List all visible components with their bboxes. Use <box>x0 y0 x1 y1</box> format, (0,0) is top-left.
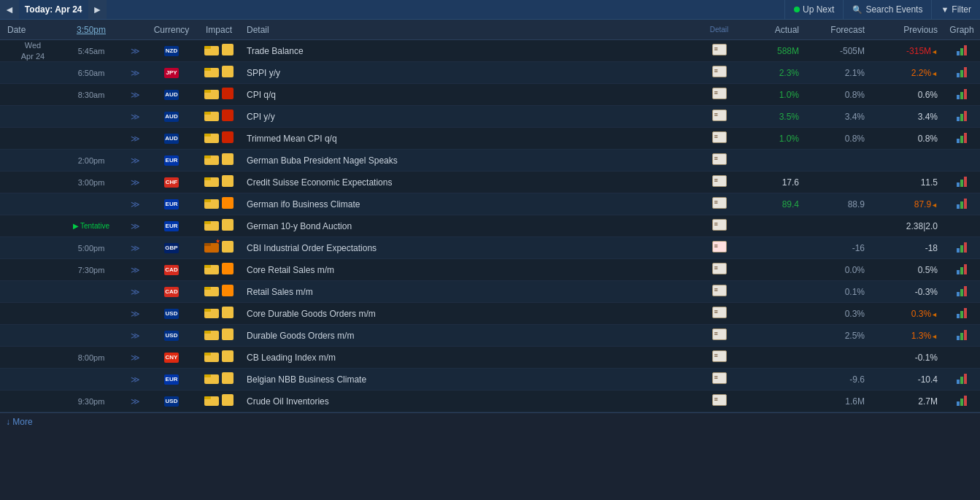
folder-icon[interactable] <box>204 131 219 145</box>
graph-cell[interactable] <box>944 241 980 255</box>
detail-icon-cell[interactable]: ≡ <box>699 131 739 145</box>
folder-icon[interactable] <box>204 372 219 386</box>
event-name[interactable]: German ifo Business Climate <box>241 199 699 209</box>
sound-wave-icon[interactable]: ≫ <box>131 68 140 78</box>
graph-cell[interactable] <box>944 88 980 101</box>
detail-page-icon[interactable]: ≡ <box>712 307 727 318</box>
sound-wave-icon[interactable]: ≫ <box>131 265 140 275</box>
detail-icon-cell[interactable]: ≡ <box>699 372 739 386</box>
event-name[interactable]: Trade Balance <box>241 46 699 56</box>
event-name[interactable]: Belgian NBB Business Climate <box>241 374 699 385</box>
folder-icon[interactable] <box>204 175 219 189</box>
graph-cell[interactable] <box>944 175 980 189</box>
sound-wave-icon[interactable]: ≫ <box>131 287 140 297</box>
graph-cell[interactable] <box>944 109 980 123</box>
sound-wave-icon[interactable]: ≫ <box>131 221 140 231</box>
folder-icon[interactable] <box>204 109 219 123</box>
bar-chart-icon[interactable] <box>957 88 967 99</box>
sound-wave-icon[interactable]: ≫ <box>131 309 140 319</box>
header-time[interactable]: 3:50pm <box>58 25 124 35</box>
event-name[interactable]: SPPI y/y <box>241 68 699 78</box>
bar-chart-icon[interactable] <box>957 307 967 318</box>
prev-arrow[interactable]: ◄ <box>0 0 19 19</box>
detail-page-icon[interactable]: ≡ <box>712 219 727 231</box>
sound-wave-icon[interactable]: ≫ <box>131 112 140 122</box>
detail-page-icon[interactable]: ≡ <box>712 88 727 99</box>
event-name[interactable]: Core Durable Goods Orders m/m <box>241 309 699 319</box>
sound-wave-icon[interactable]: ≫ <box>131 331 140 341</box>
event-name[interactable]: Retail Sales m/m <box>241 287 699 297</box>
detail-icon-cell[interactable]: ≡ <box>699 44 739 58</box>
folder-icon[interactable] <box>204 307 219 320</box>
bar-chart-icon[interactable] <box>957 328 967 340</box>
detail-icon-cell[interactable]: ≡ <box>699 241 739 255</box>
bar-chart-icon[interactable] <box>957 372 967 384</box>
folder-icon[interactable] <box>204 66 219 80</box>
detail-page-icon[interactable]: ≡ <box>712 372 727 384</box>
detail-page-icon[interactable]: ≡ <box>712 350 727 362</box>
detail-icon-cell[interactable]: ≡ <box>699 66 739 80</box>
detail-icon-cell[interactable]: ≡ <box>699 88 739 101</box>
bar-chart-icon[interactable] <box>957 44 967 55</box>
event-name[interactable]: German 10-y Bond Auction <box>241 221 699 231</box>
graph-cell[interactable] <box>944 263 980 277</box>
detail-icon-cell[interactable]: ≡ <box>699 153 739 167</box>
sound-wave-icon[interactable]: ≫ <box>131 90 140 100</box>
event-name[interactable]: Core Retail Sales m/m <box>241 265 699 275</box>
event-name[interactable]: German Buba President Nagel Speaks <box>241 155 699 166</box>
sound-wave-icon[interactable]: ≫ <box>131 155 140 166</box>
folder-icon[interactable] <box>204 153 219 167</box>
folder-icon[interactable] <box>204 263 219 277</box>
detail-page-icon[interactable]: ≡ <box>712 285 727 296</box>
detail-page-icon[interactable]: ≡ <box>712 66 727 77</box>
sound-wave-icon[interactable]: ≫ <box>131 396 140 407</box>
detail-page-icon[interactable]: ≡ <box>712 153 727 165</box>
next-arrow[interactable]: ► <box>88 0 107 19</box>
detail-icon-cell[interactable]: ≡ <box>699 109 739 123</box>
bar-chart-icon[interactable] <box>957 285 967 296</box>
detail-page-icon[interactable]: ≡ <box>712 109 727 121</box>
folder-icon[interactable] <box>204 219 219 233</box>
detail-page-icon[interactable]: ≡ <box>712 241 727 253</box>
detail-page-icon[interactable]: ≡ <box>712 263 727 274</box>
sound-wave-icon[interactable]: ≫ <box>131 177 140 188</box>
detail-page-icon[interactable]: ≡ <box>712 394 727 406</box>
folder-icon[interactable] <box>204 350 219 364</box>
folder-icon[interactable] <box>204 44 219 58</box>
detail-page-icon[interactable]: ≡ <box>712 131 727 143</box>
sound-wave-icon[interactable]: ≫ <box>131 134 140 144</box>
folder-icon[interactable] <box>204 197 219 211</box>
filter-button[interactable]: ▼ Filter <box>931 0 980 19</box>
sound-wave-icon[interactable]: ≫ <box>131 199 140 209</box>
detail-icon-cell[interactable]: ≡ <box>699 394 739 408</box>
detail-icon-cell[interactable]: ≡ <box>699 285 739 299</box>
detail-icon-cell[interactable]: ≡ <box>699 350 739 364</box>
bottom-bar[interactable]: ↓ More <box>0 412 980 431</box>
detail-page-icon[interactable]: ≡ <box>712 44 727 55</box>
graph-cell[interactable] <box>944 131 980 145</box>
bar-chart-icon[interactable] <box>957 263 967 274</box>
search-events-button[interactable]: 🔍 Search Events <box>843 0 931 19</box>
graph-cell[interactable] <box>944 394 980 408</box>
event-name[interactable]: CBI Industrial Order Expectations <box>241 243 699 253</box>
sound-wave-icon[interactable]: ≫ <box>131 243 140 253</box>
detail-icon-cell[interactable]: ≡ <box>699 307 739 320</box>
graph-cell[interactable] <box>944 372 980 386</box>
bar-chart-icon[interactable] <box>957 109 967 121</box>
folder-icon[interactable]: ★ <box>204 241 219 255</box>
bar-chart-icon[interactable] <box>957 131 967 143</box>
detail-icon-cell[interactable]: ≡ <box>699 197 739 211</box>
graph-cell[interactable] <box>944 285 980 299</box>
sound-wave-icon[interactable]: ≫ <box>131 353 140 363</box>
detail-icon-cell[interactable]: ≡ <box>699 328 739 342</box>
folder-icon[interactable] <box>204 394 219 408</box>
detail-icon-cell[interactable]: ≡ <box>699 263 739 277</box>
sound-wave-icon[interactable]: ≫ <box>131 46 140 56</box>
event-name[interactable]: Trimmed Mean CPI q/q <box>241 134 699 144</box>
folder-icon[interactable] <box>204 88 219 101</box>
folder-icon[interactable] <box>204 285 219 299</box>
bar-chart-icon[interactable] <box>957 197 967 209</box>
event-name[interactable]: CB Leading Index m/m <box>241 353 699 363</box>
bar-chart-icon[interactable] <box>957 175 967 187</box>
graph-cell[interactable] <box>944 328 980 342</box>
